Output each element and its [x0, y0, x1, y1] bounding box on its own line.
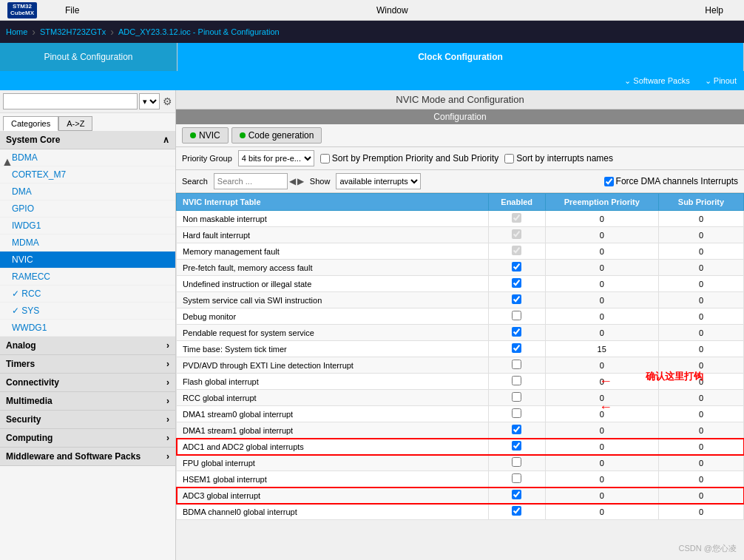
- show-select[interactable]: available interrupts: [336, 173, 421, 189]
- col-enabled: Enabled: [488, 194, 545, 211]
- interrupt-enabled[interactable]: [488, 406, 545, 422]
- menu-file[interactable]: File: [52, 4, 92, 17]
- priority-label: Priority Group: [182, 154, 232, 163]
- sort-interrupts-label[interactable]: Sort by interrupts names: [504, 153, 613, 163]
- preemption-priority: 0: [545, 406, 658, 422]
- sidebar-item[interactable]: GPIO: [0, 200, 175, 217]
- enabled-checkbox[interactable]: [512, 392, 521, 402]
- interrupt-enabled[interactable]: [488, 276, 545, 292]
- enabled-checkbox[interactable]: [512, 506, 521, 516]
- logo-box: STM32CubeMX: [7, 2, 37, 18]
- interrupt-enabled[interactable]: [488, 357, 545, 374]
- enabled-checkbox[interactable]: [512, 213, 521, 223]
- sidebar-group[interactable]: Security›: [0, 411, 175, 429]
- interrupt-enabled[interactable]: [488, 455, 545, 471]
- mode-title: NVIC Mode and Configuration: [176, 90, 744, 109]
- interrupt-enabled[interactable]: [488, 390, 545, 406]
- sidebar-item[interactable]: CORTEX_M7: [0, 166, 175, 183]
- breadcrumb-file[interactable]: ADC_XY23.3.12.ioc - Pinout & Configurati…: [118, 27, 280, 36]
- enabled-checkbox[interactable]: [512, 278, 521, 288]
- search-prev-icon[interactable]: ◀: [289, 176, 296, 186]
- table-row: DMA1 stream0 global interrupt00: [177, 406, 744, 422]
- software-packs-item[interactable]: ⌄ Software Packs: [624, 76, 689, 86]
- enabled-checkbox[interactable]: [512, 343, 521, 353]
- enabled-checkbox[interactable]: [512, 473, 521, 483]
- interrupt-enabled[interactable]: [488, 308, 545, 325]
- sidebar-item[interactable]: MDMA: [0, 235, 175, 252]
- sidebar-group[interactable]: Middleware and Software Packs›: [0, 448, 175, 466]
- enabled-checkbox[interactable]: [512, 246, 521, 255]
- sidebar-group[interactable]: Analog›: [0, 337, 175, 355]
- enabled-checkbox[interactable]: [512, 425, 521, 434]
- tab-clock[interactable]: Clock Configuration: [177, 43, 744, 71]
- sort-premption-label[interactable]: Sort by Premption Priority and Sub Prior…: [320, 153, 498, 163]
- system-core-label: System Core: [6, 135, 60, 145]
- sidebar-group[interactable]: Multimedia›: [0, 392, 175, 411]
- tab-categories[interactable]: Categories: [3, 116, 58, 131]
- enabled-checkbox[interactable]: [512, 311, 521, 320]
- enabled-checkbox[interactable]: [512, 376, 521, 385]
- interrupt-enabled[interactable]: [488, 488, 545, 504]
- interrupt-enabled[interactable]: [488, 439, 545, 455]
- interrupt-enabled[interactable]: [488, 227, 545, 243]
- enabled-checkbox[interactable]: [512, 294, 521, 304]
- enabled-checkbox[interactable]: [512, 262, 521, 271]
- interrupt-enabled[interactable]: [488, 243, 545, 260]
- sidebar-item[interactable]: BDMA: [0, 149, 175, 166]
- sidebar-item[interactable]: NVIC: [0, 252, 175, 269]
- interrupt-enabled[interactable]: [488, 341, 545, 357]
- sort-interrupts-checkbox[interactable]: [504, 154, 514, 163]
- group-label: Timers: [6, 359, 35, 369]
- sidebar-item[interactable]: IWDG1: [0, 217, 175, 235]
- interrupt-enabled[interactable]: [488, 422, 545, 439]
- interrupt-enabled[interactable]: [488, 374, 545, 390]
- interrupt-enabled[interactable]: [488, 211, 545, 227]
- sidebar-groups-list: Analog›Timers›Connectivity›Multimedia›Se…: [0, 337, 175, 466]
- sub-priority: 0: [658, 292, 743, 308]
- search-select[interactable]: ▾: [139, 93, 160, 109]
- breadcrumb-home[interactable]: Home: [6, 27, 27, 36]
- sidebar-item[interactable]: SYS: [0, 303, 175, 320]
- priority-select[interactable]: 4 bits for pre-e...: [238, 150, 314, 166]
- sidebar-group[interactable]: Computing›: [0, 429, 175, 448]
- breadcrumb-device[interactable]: STM32H723ZGTx: [40, 27, 106, 36]
- menu-help[interactable]: Help: [691, 4, 737, 17]
- interrupt-name: HSEM1 global interrupt: [177, 471, 489, 488]
- sidebar-system-core[interactable]: System Core ∧: [0, 131, 175, 149]
- menu-window[interactable]: Window: [363, 4, 422, 17]
- enabled-checkbox[interactable]: [512, 490, 521, 499]
- tab-code-gen[interactable]: Code generation: [231, 127, 322, 144]
- sidebar-item[interactable]: RCC: [0, 286, 175, 303]
- sidebar-item[interactable]: RAMECC: [0, 269, 175, 286]
- interrupt-enabled[interactable]: [488, 471, 545, 488]
- tab-atoz[interactable]: A->Z: [58, 116, 92, 131]
- interrupt-enabled[interactable]: [488, 260, 545, 276]
- force-dma-checkbox[interactable]: [604, 177, 614, 186]
- search-input[interactable]: [3, 93, 138, 109]
- table-row: Flash global interrupt00: [177, 374, 744, 390]
- tab-pinout[interactable]: Pinout & Configuration: [0, 43, 177, 71]
- search-next-icon[interactable]: ▶: [297, 176, 304, 186]
- search-input-nvic[interactable]: [214, 173, 288, 189]
- interrupt-name: PVD/AVD through EXTI Line detection Inte…: [177, 357, 489, 374]
- sidebar-group[interactable]: Connectivity›: [0, 374, 175, 392]
- gear-icon[interactable]: ⚙: [163, 95, 172, 107]
- enabled-checkbox[interactable]: [512, 327, 521, 337]
- scroll-up-arrow[interactable]: ▲: [1, 155, 13, 169]
- enabled-checkbox[interactable]: [512, 408, 521, 418]
- enabled-checkbox[interactable]: [512, 457, 521, 467]
- sidebar-item[interactable]: WWDG1: [0, 320, 175, 337]
- interrupt-enabled[interactable]: [488, 292, 545, 308]
- pinout-item[interactable]: ⌄ Pinout: [705, 76, 737, 86]
- enabled-checkbox[interactable]: [512, 360, 521, 369]
- interrupt-enabled[interactable]: [488, 325, 545, 341]
- tab-nvic[interactable]: NVIC: [182, 127, 229, 144]
- sub-priority: 0: [658, 422, 743, 439]
- enabled-checkbox[interactable]: [512, 441, 521, 451]
- enabled-checkbox[interactable]: [512, 229, 521, 239]
- sidebar-group[interactable]: Timers›: [0, 355, 175, 374]
- sidebar-item[interactable]: DMA: [0, 183, 175, 200]
- sort-premption-checkbox[interactable]: [320, 154, 330, 163]
- force-dma-label[interactable]: Force DMA channels Interrupts: [604, 176, 738, 186]
- interrupt-enabled[interactable]: [488, 504, 545, 520]
